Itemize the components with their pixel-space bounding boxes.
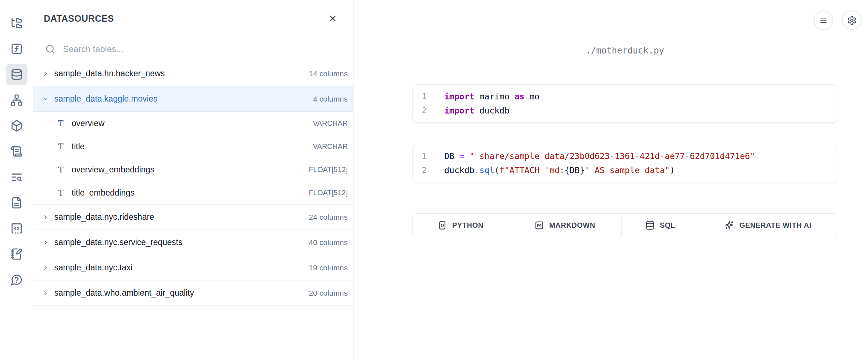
notebook-pen-icon [10, 248, 23, 260]
code-line: 1import marimo as mo [413, 89, 837, 103]
chevron-right-icon [42, 70, 49, 77]
hamburger-menu-icon [819, 16, 828, 25]
table-column-count: 24 columns [309, 213, 348, 222]
code-token: import [444, 92, 474, 101]
chevron-right-icon [42, 239, 49, 246]
datasources-panel: DATASOURCES sample_data.hn.hacker_news14… [33, 0, 354, 360]
column-name: title [72, 142, 85, 151]
column-row[interactable]: ToverviewVARCHAR [33, 112, 353, 135]
network-icon [10, 94, 23, 106]
code-content[interactable]: import marimo as mo [432, 89, 539, 103]
chevron-right-icon [42, 290, 49, 296]
line-number: 2 [413, 106, 427, 115]
code-token: {DB} [564, 166, 584, 175]
add-cell-label: SQL [660, 221, 676, 230]
table-column-count: 4 columns [313, 95, 348, 103]
column-type-icon: T [57, 119, 64, 128]
column-row[interactable]: Ttitle_embeddingsFLOAT[512] [33, 181, 353, 204]
code-token: sql [479, 166, 495, 175]
code-dashed-icon [10, 222, 23, 235]
column-row[interactable]: TtitleVARCHAR [33, 135, 353, 158]
line-number: 1 [413, 151, 427, 160]
code-line: 1DB = "_share/sample_data/23b0d623-1361-… [413, 149, 837, 163]
sidebar-item-datasources[interactable] [6, 64, 27, 85]
close-icon [328, 14, 338, 23]
add-cell-python-button[interactable]: PYTHON [413, 214, 508, 237]
panel-title: DATASOURCES [44, 13, 114, 24]
icon-rail [0, 0, 33, 360]
add-cell-generate-ai-button[interactable]: GENERATE WITH AI [699, 214, 837, 237]
sidebar-item-scratchpad[interactable] [6, 243, 27, 265]
code-content[interactable]: DB = "_share/sample_data/23b0d623-1361-4… [432, 149, 755, 163]
table-name: sample_data.hn.hacker_news [54, 69, 165, 78]
menu-button[interactable] [814, 11, 833, 30]
table-row[interactable]: sample_data.nyc.rideshare24 columns [33, 205, 353, 230]
help-bubble-icon [10, 274, 23, 286]
column-type-icon: T [57, 188, 64, 197]
code-token: mo [525, 92, 540, 101]
add-cell-label: GENERATE WITH AI [739, 221, 811, 230]
column-datatype: FLOAT[512] [309, 189, 348, 197]
sidebar-item-packages[interactable] [6, 115, 27, 137]
code-token: . [474, 166, 479, 175]
column-row[interactable]: Toverview_embeddingsFLOAT[512] [33, 158, 353, 181]
table-name: sample_data.nyc.taxi [54, 263, 132, 273]
column-name: overview_embeddings [72, 165, 154, 175]
code-token: marimo [474, 92, 515, 101]
column-datatype: FLOAT[512] [309, 166, 348, 174]
code-token: f"ATTACH 'md: [499, 166, 564, 175]
code-token: duckdb [444, 166, 474, 175]
cell-1[interactable]: 1import marimo as mo2import duckdb [412, 84, 837, 123]
chevron-down-icon [42, 96, 49, 102]
column-name: overview [72, 119, 105, 128]
add-cell-sql-button[interactable]: SQL [622, 214, 699, 237]
search-row [33, 37, 353, 61]
close-panel-button[interactable] [328, 14, 338, 23]
code-token: DB [444, 151, 460, 161]
code-token: import [444, 106, 474, 115]
database-icon [645, 220, 655, 230]
add-cell-markdown-button[interactable]: MARKDOWN [508, 214, 622, 237]
search-icon [45, 44, 55, 54]
sidebar-item-file-explorer[interactable] [6, 12, 27, 34]
code-token: ) [670, 166, 675, 175]
table-row[interactable]: sample_data.nyc.service_requests40 colum… [33, 230, 353, 255]
panel-header: DATASOURCES [33, 0, 353, 37]
add-cell-bar: PYTHONMARKDOWNSQLGENERATE WITH AI [412, 213, 837, 237]
line-number: 1 [413, 92, 427, 101]
column-type-icon: T [57, 165, 64, 174]
code-token: ( [495, 166, 500, 175]
add-cell-label: PYTHON [452, 221, 483, 230]
database-icon [10, 68, 23, 81]
code-content[interactable]: import duckdb [432, 103, 509, 117]
markdown-square-icon [534, 220, 544, 230]
table-row[interactable]: sample_data.hn.hacker_news14 columns [33, 61, 353, 86]
settings-button[interactable] [842, 11, 861, 30]
table-name: sample_data.kaggle.movies [54, 94, 157, 104]
code-token: = [460, 151, 465, 161]
table-row[interactable]: sample_data.nyc.taxi19 columns [33, 255, 353, 280]
column-type-icon: T [57, 142, 64, 151]
file-tree-icon [10, 17, 23, 29]
sidebar-item-tracing[interactable] [6, 166, 27, 188]
line-number: 2 [413, 166, 427, 175]
sidebar-item-snippets[interactable] [6, 218, 27, 239]
cell-2[interactable]: 1DB = "_share/sample_data/23b0d623-1361-… [412, 144, 837, 182]
file-text-icon [10, 197, 23, 209]
list-search-icon [10, 171, 23, 183]
sidebar-item-dependency-graph[interactable] [6, 89, 27, 111]
table-column-count: 19 columns [309, 263, 348, 272]
search-input[interactable] [63, 44, 309, 54]
add-cell-label: MARKDOWN [549, 221, 595, 230]
sparkles-icon [724, 220, 734, 230]
chevron-right-icon [42, 265, 49, 271]
table-column-count: 20 columns [309, 289, 348, 297]
table-row[interactable]: sample_data.kaggle.movies4 columns [33, 86, 353, 112]
table-row[interactable]: sample_data.who.ambient_air_quality20 co… [33, 280, 353, 306]
sidebar-item-help[interactable] [6, 269, 27, 291]
code-content[interactable]: duckdb.sql(f"ATTACH 'md:{DB}' AS sample_… [432, 163, 675, 177]
sidebar-item-logs[interactable] [6, 141, 27, 162]
sidebar-item-variables[interactable] [6, 38, 27, 60]
sidebar-item-documentation[interactable] [6, 192, 27, 214]
code-token: as [515, 92, 525, 101]
